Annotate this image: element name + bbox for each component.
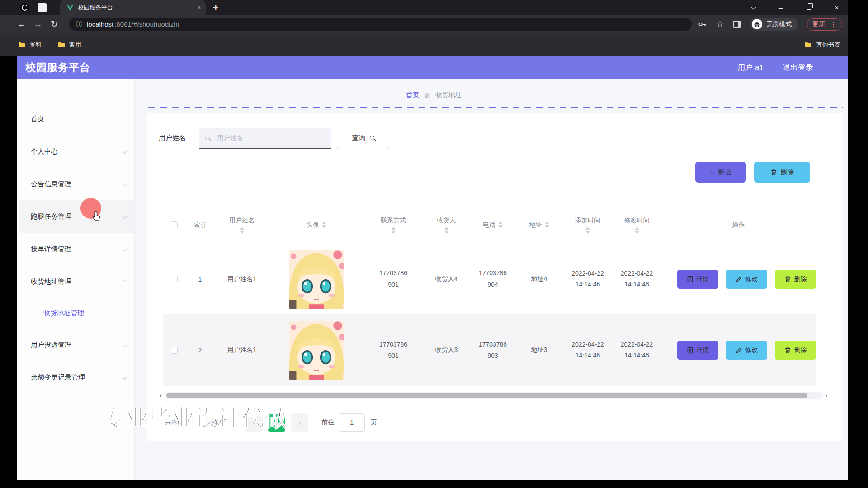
back-button[interactable]: ← [14, 19, 30, 29]
restore-button[interactable] [802, 0, 815, 15]
column-header-receiver[interactable]: 收货人 [423, 216, 470, 234]
bookmarks-bar: 资料 常用 其他书签 [0, 33, 848, 56]
cell-contact: 17703786901 [377, 267, 409, 290]
cell-receiver: 收货人3 [435, 346, 458, 354]
breadcrumb-home[interactable]: 首页 [406, 91, 419, 99]
avatar [289, 250, 344, 309]
tab-overflow-chevron-icon[interactable] [746, 0, 759, 15]
search-input-wrap [199, 128, 331, 149]
row-checkbox[interactable] [171, 276, 178, 282]
forward-button[interactable]: → [30, 19, 46, 29]
sidebar-item-shipping-address-group[interactable]: 收货地址管理 [19, 265, 134, 298]
cell-phone: 17703786903 [477, 339, 509, 361]
column-header-phone[interactable]: 电话 [470, 221, 515, 229]
cell-receiver: 收货人4 [435, 275, 458, 283]
reload-button[interactable]: ↻ [46, 19, 62, 29]
delete-button[interactable]: 删除 [754, 162, 810, 183]
sidebar-item-balance-records[interactable]: 余额变更记录管理 [19, 361, 134, 394]
sidebar-item-label: 首页 [31, 115, 44, 123]
table-row: 1 用户姓名1 17703786901 收货人4 17703786904 地址4… [163, 244, 816, 314]
column-header-avatar[interactable]: 头像 [269, 221, 364, 229]
video-watermark: 专业毕业设计代做 [103, 403, 288, 433]
sort-carets-icon[interactable] [585, 227, 590, 234]
sidebar-item-errand-tasks[interactable]: 跑腿任务管理 [19, 200, 134, 233]
passwords-key-icon[interactable] [698, 20, 707, 28]
cell-address: 地址3 [531, 346, 547, 354]
search-icon [370, 136, 374, 140]
select-all-checkbox[interactable] [171, 221, 178, 228]
edit-button[interactable]: 修改 [726, 341, 767, 360]
detail-button[interactable]: 详情 [677, 270, 718, 289]
other-bookmarks-label: 其他书签 [816, 41, 840, 49]
bookmark-star-icon[interactable]: ☆ [716, 19, 724, 29]
chevron-down-icon [123, 375, 127, 380]
cell-phone: 17703786904 [477, 267, 509, 290]
chevron-down-icon [123, 343, 127, 347]
cell-username: 用户姓名1 [227, 273, 256, 285]
pinned-tab-icon[interactable] [38, 3, 47, 12]
sort-carets-icon[interactable] [240, 227, 244, 234]
sidebar-item-home[interactable]: 首页 [19, 103, 134, 135]
cell-index: 1 [198, 276, 202, 283]
cell-address: 地址4 [531, 275, 547, 283]
minimize-button[interactable]: – [774, 0, 787, 15]
sidebar-subitem-shipping-address[interactable]: 收货地址管理 [19, 298, 134, 328]
folder-icon [805, 42, 812, 47]
column-header-modified-time[interactable]: 修改时间 [613, 216, 661, 234]
other-bookmarks-button[interactable]: 其他书签 [805, 41, 840, 49]
update-button[interactable]: 更新 ⋮ [807, 18, 842, 31]
sidebar-item-complaints[interactable]: 用户投诉管理 [19, 328, 134, 361]
bookmark-label: 常用 [69, 41, 81, 49]
bookmark-item[interactable]: 资料 [18, 41, 42, 49]
horizontal-scrollbar[interactable] [165, 392, 823, 399]
bookmarks-separator [797, 41, 797, 49]
row-checkbox[interactable] [171, 347, 178, 354]
logout-button[interactable]: 退出登录 [783, 62, 813, 73]
pagination-next-button[interactable]: › [291, 413, 308, 432]
sort-carets-icon[interactable] [498, 221, 503, 228]
search-input[interactable] [199, 128, 331, 149]
trash-icon [784, 347, 791, 354]
scrollbar-right-arrow[interactable]: › [825, 391, 827, 399]
sidebar-item-announcements[interactable]: 公告信息管理 [19, 168, 134, 200]
sidebar-item-order-details[interactable]: 接单详情管理 [19, 233, 134, 265]
user-label[interactable]: 用户 a1 [737, 62, 764, 73]
sort-carets-icon[interactable] [391, 227, 396, 234]
browser-logo-icon [20, 3, 29, 12]
site-info-icon[interactable]: ⓘ [76, 20, 82, 28]
scrollbar-thumb[interactable] [166, 393, 807, 398]
dashed-divider [148, 107, 843, 108]
column-header-added-time[interactable]: 添加时间 [563, 216, 613, 234]
pencil-icon [736, 276, 742, 282]
query-button[interactable]: 查询 [337, 127, 389, 149]
sidebar-item-personal-center[interactable]: 个人中心 [19, 135, 134, 168]
url-bar[interactable]: ⓘ localhost :8081/#/shouhuodizhi [69, 18, 692, 31]
row-delete-button[interactable]: 删除 [775, 341, 816, 360]
close-tab-icon[interactable]: × [197, 4, 201, 11]
column-header-actions: 操作 [732, 221, 745, 229]
document-copy-icon [424, 92, 430, 99]
pagination-goto-input[interactable] [339, 413, 365, 432]
menu-dots-icon[interactable]: ⋮ [830, 20, 837, 28]
scrollbar-left-arrow[interactable]: ‹ [160, 391, 162, 399]
new-tab-button[interactable]: + [213, 2, 218, 13]
sort-carets-icon[interactable] [635, 227, 639, 234]
sort-carets-icon[interactable] [322, 221, 326, 228]
browser-tab[interactable]: 校园服务平台 × [60, 0, 206, 15]
chevron-down-icon [123, 214, 127, 219]
sort-carets-icon[interactable] [444, 227, 449, 234]
sort-carets-icon[interactable] [545, 221, 549, 228]
column-header-address[interactable]: 地址 [515, 221, 563, 229]
column-header-contact[interactable]: 联系方式 [364, 216, 423, 234]
edit-button[interactable]: 修改 [726, 270, 767, 289]
cell-username: 用户姓名1 [227, 344, 256, 356]
detail-button[interactable]: 详情 [677, 341, 718, 360]
bookmark-item[interactable]: 常用 [58, 41, 81, 49]
close-window-button[interactable]: × [830, 0, 843, 15]
sidebar-item-label: 个人中心 [31, 147, 58, 156]
side-panel-icon[interactable] [733, 21, 741, 28]
tab-title: 校园服务平台 [78, 4, 197, 12]
row-delete-button[interactable]: 删除 [775, 270, 816, 289]
column-header-username[interactable]: 用户姓名 [215, 216, 269, 234]
add-button[interactable]: + 新增 [695, 162, 746, 183]
